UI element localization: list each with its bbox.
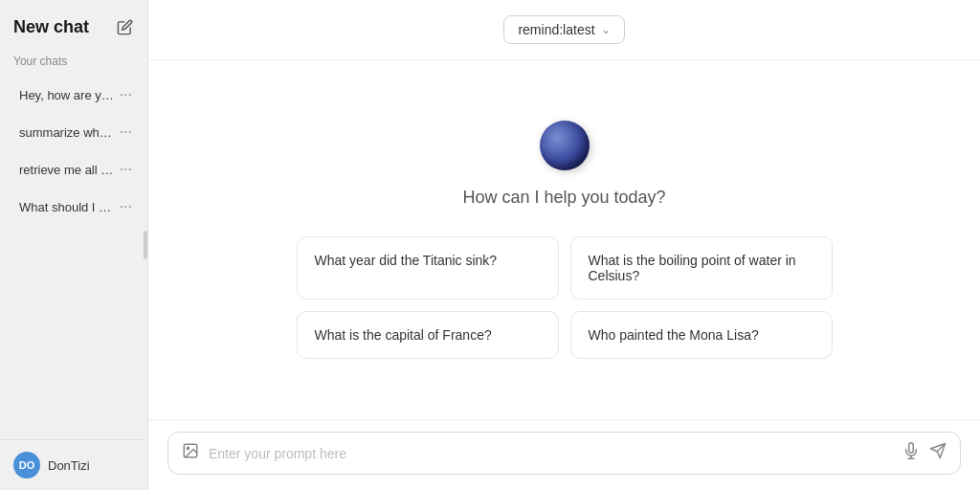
suggestion-card[interactable]: Who painted the Mona Lisa? (570, 311, 833, 359)
chevron-down-icon: ⌄ (601, 23, 611, 36)
suggestion-card[interactable]: What is the capital of France? (297, 311, 559, 359)
sidebar-bottom: DO DonTizi (0, 439, 147, 490)
chat-item-more-icon[interactable]: ··· (116, 123, 132, 141)
suggestion-card[interactable]: What year did the Titanic sink? (297, 236, 559, 300)
suggestion-grid: What year did the Titanic sink? What is … (297, 236, 833, 359)
input-area (148, 419, 980, 490)
resize-handle[interactable] (144, 231, 147, 259)
chat-item-text: summarize what I did t... (19, 125, 116, 140)
chat-item-text: Hey, how are you doin... (19, 88, 116, 102)
chat-item-text: retrieve me all the feec... (19, 163, 116, 177)
sidebar: New chat Your chats Hey, how are you doi… (0, 0, 148, 490)
main-header: remind:latest ⌄ (148, 0, 980, 60)
edit-icon[interactable] (115, 18, 134, 37)
user-name: DonTizi (48, 458, 90, 473)
main-content: How can I help you today? What year did … (148, 60, 980, 419)
chat-item-text: What should I do this w... (19, 200, 116, 214)
chat-item-more-icon[interactable]: ··· (116, 86, 132, 103)
chat-list: Hey, how are you doin... ··· summarize w… (0, 76, 147, 226)
help-text: How can I help you today? (462, 188, 665, 208)
chat-item[interactable]: What should I do this w... ··· (6, 189, 142, 225)
suggestion-text: What is the capital of France? (315, 327, 492, 343)
suggestion-text: What year did the Titanic sink? (315, 253, 498, 268)
your-chats-label: Your chats (0, 51, 147, 76)
microphone-icon[interactable] (902, 442, 920, 464)
chat-item[interactable]: summarize what I did t... ··· (6, 114, 142, 150)
prompt-input[interactable] (209, 446, 893, 461)
input-container (167, 432, 961, 475)
chat-item[interactable]: Hey, how are you doin... ··· (6, 77, 142, 113)
send-icon[interactable] (929, 442, 947, 464)
image-upload-icon[interactable] (182, 442, 199, 464)
main-panel: remind:latest ⌄ How can I help you today… (148, 0, 980, 490)
chat-item-more-icon[interactable]: ··· (116, 198, 132, 215)
ai-orb (540, 121, 590, 170)
model-selector[interactable]: remind:latest ⌄ (503, 15, 624, 44)
suggestion-text: What is the boiling point of water in Ce… (589, 253, 796, 283)
model-selector-label: remind:latest (518, 22, 594, 37)
avatar: DO (13, 452, 40, 479)
suggestion-text: Who painted the Mona Lisa? (589, 327, 759, 343)
sidebar-header: New chat (0, 0, 147, 51)
suggestion-card[interactable]: What is the boiling point of water in Ce… (570, 236, 833, 300)
svg-point-1 (187, 447, 189, 449)
sidebar-title: New chat (13, 17, 89, 37)
chat-item-more-icon[interactable]: ··· (116, 161, 132, 178)
chat-item[interactable]: retrieve me all the feec... ··· (6, 151, 142, 188)
